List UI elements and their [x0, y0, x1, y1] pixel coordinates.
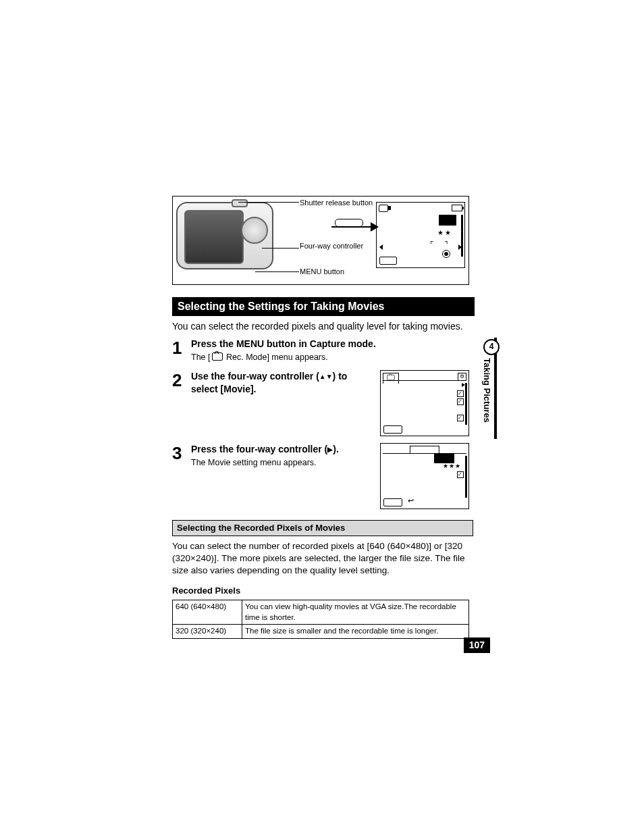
callout-shutter: Shutter release button [300, 198, 360, 208]
pixels-desc: You can view high-quality movies at VGA … [242, 600, 469, 625]
camera-diagram: Shutter release button Four-way controll… [172, 196, 469, 285]
step-number: 2 [172, 370, 191, 396]
menu-button-icon [383, 425, 402, 434]
camera-illustration [176, 202, 273, 269]
pixels-key: 640 (640×480) [173, 600, 242, 625]
step-number: 3 [172, 443, 191, 469]
table-row: 640 (640×480) You can view high-quality … [173, 600, 469, 625]
callout-menu: MENU button [300, 267, 344, 277]
menu-button-icon [379, 257, 397, 265]
pixels-desc: The file size is smaller and the recorda… [242, 625, 469, 639]
battery-icon [452, 205, 462, 211]
lcd-preview: ★★ ⌜ ⌝ [376, 202, 465, 268]
subsection-intro: You can select the number of recorded pi… [172, 540, 469, 577]
chapter-number: 4 [483, 339, 500, 355]
title-part: ). [333, 444, 339, 454]
quality-stars: ★★ [437, 228, 452, 238]
content-column: Shutter release button Four-way controll… [172, 196, 469, 639]
checkbox-icon [457, 471, 464, 478]
table-row: 320 (320×240) The file size is smaller a… [173, 625, 469, 639]
chapter-side-tab: 4 Taking Pictures [483, 338, 497, 439]
target-icon [442, 250, 450, 258]
section-heading: Selecting the Settings for Taking Movies [172, 297, 475, 316]
shutter-button-shape [232, 199, 248, 207]
checkbox-icon [457, 398, 464, 405]
text-part: Rec. Mode] menu appears. [224, 353, 328, 362]
step-2-title: Use the four-way controller (▲▼) to sele… [191, 370, 375, 396]
pixels-heading: Recorded Pixels [172, 585, 469, 597]
page: Shutter release button Four-way controll… [0, 0, 644, 834]
callout-fourway: Four-way controller [300, 241, 360, 251]
screen-movie-settings: ★★★ ↩ [380, 443, 469, 509]
scroll-indicator [465, 456, 467, 498]
section-intro: You can select the recorded pixels and q… [172, 320, 469, 333]
checkbox-icon [457, 415, 464, 421]
chapter-label: Taking Pictures [481, 358, 493, 423]
transition-arrow-icon [331, 226, 372, 228]
step-3-row: 3 Press the four-way controller (▶). The… [172, 443, 469, 509]
step-1-text: The [ Rec. Mode] menu appears. [191, 352, 469, 363]
left-arrow-icon [379, 244, 383, 250]
quality-stars: ★★★ [443, 462, 461, 470]
right-arrow-icon [458, 244, 462, 250]
text-part: The [ [191, 353, 211, 362]
selection-block [439, 215, 456, 226]
step-3-title: Press the four-way controller (▶). [191, 443, 375, 456]
page-number: 107 [464, 637, 490, 653]
title-part: Use the four-way controller ( [191, 371, 319, 382]
step-1: 1 Press the MENU button in Capture mode.… [172, 338, 469, 363]
scroll-indicator [465, 383, 467, 425]
return-icon: ↩ [408, 496, 414, 506]
pixels-key: 320 (320×240) [173, 625, 242, 639]
menu-button-icon [383, 498, 402, 506]
screen-rec-mode: ⚙ [380, 370, 469, 436]
subsection-heading: Selecting the Recorded Pixels of Movies [172, 520, 473, 536]
step-3: 3 Press the four-way controller (▶). The… [172, 443, 375, 469]
scroll-indicator [461, 215, 463, 257]
title-part: Press the four-way controller ( [191, 444, 327, 454]
step-1-title: Press the MENU button in Capture mode. [191, 338, 469, 350]
step-number: 1 [172, 338, 191, 363]
step-2: 2 Use the four-way controller (▲▼) to se… [172, 370, 375, 396]
recorded-pixels-table: 640 (640×480) You can view high-quality … [172, 600, 469, 639]
up-down-arrows-icon: ▲▼ [319, 373, 333, 380]
camera-mode-icon [379, 205, 388, 212]
step-2-row: 2 Use the four-way controller (▲▼) to se… [172, 370, 469, 436]
rec-mode-icon [212, 353, 223, 361]
checkbox-icon [457, 390, 464, 397]
step-3-text: The Movie setting menu appears. [191, 457, 375, 469]
dial-shape [241, 217, 268, 244]
focus-brackets-icon: ⌜ ⌝ [430, 239, 452, 250]
